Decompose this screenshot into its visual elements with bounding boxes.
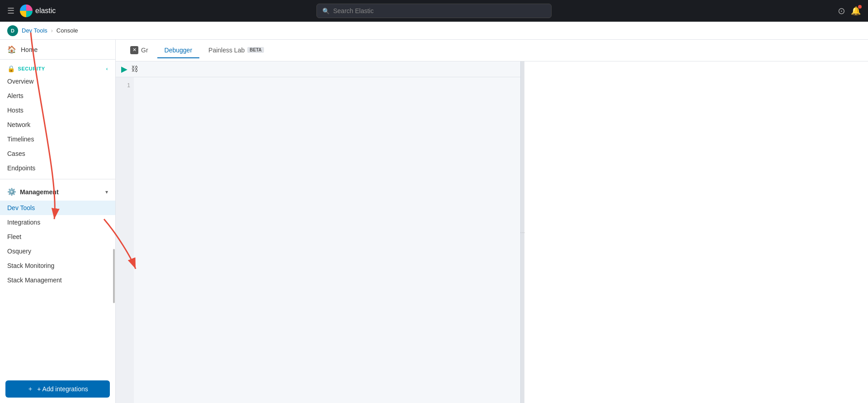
hamburger-menu[interactable]: ☰ xyxy=(7,6,14,16)
help-icon[interactable]: ⊙ xyxy=(838,5,845,16)
sidebar-item-alerts-label: Alerts xyxy=(7,92,24,99)
top-bar: ☰ elastic 🔍 Search Elastic ⊙ 🔔 xyxy=(0,0,868,22)
sidebar-scrollbar-thumb xyxy=(113,249,115,303)
search-bar-placeholder: Search Elastic xyxy=(333,7,373,14)
breadcrumb-separator: › xyxy=(51,28,53,34)
resize-handle[interactable]: ⋮ xyxy=(521,61,524,403)
management-chevron-icon: ▾ xyxy=(105,189,108,195)
breadcrumb-devtools[interactable]: Dev Tools xyxy=(22,27,47,34)
sidebar-item-cases[interactable]: Cases xyxy=(0,146,115,161)
top-bar-left: ☰ elastic xyxy=(7,5,56,17)
tab-debugger-label: Debugger xyxy=(165,47,193,54)
sidebar-item-hosts[interactable]: Hosts xyxy=(0,103,115,117)
search-bar[interactable]: 🔍 Search Elastic xyxy=(316,4,552,18)
tab-console-label: Gr xyxy=(141,47,148,54)
console-output xyxy=(524,61,868,403)
console-output-pane xyxy=(524,61,868,403)
user-avatar: D xyxy=(7,25,18,36)
sidebar-section-security-label: 🔒 Security ‹ xyxy=(0,60,115,74)
search-bar-wrapper: 🔍 Search Elastic xyxy=(316,4,552,18)
tab-console[interactable]: ✕ Gr xyxy=(123,42,156,59)
notifications-icon[interactable]: 🔔 xyxy=(851,6,861,16)
sidebar-scrollbar xyxy=(113,60,115,375)
content-area: ✕ Gr Debugger Painless Lab BETA ▶ xyxy=(116,40,868,403)
add-integrations-label: + Add integrations xyxy=(37,385,88,393)
sidebar-item-overview[interactable]: Overview xyxy=(0,74,115,89)
tab-debugger[interactable]: Debugger xyxy=(157,43,200,58)
main-area: 🏠 Home 🔒 Security ‹ Overview Alerts Host… xyxy=(0,40,868,403)
sidebar-item-osquery-label: Osquery xyxy=(7,248,31,255)
console-editor-pane: ▶ ⛓ 1 xyxy=(116,61,521,403)
sidebar-item-timelines[interactable]: Timelines xyxy=(0,132,115,146)
top-bar-right: ⊙ 🔔 xyxy=(838,5,861,16)
sidebar-management-header[interactable]: ⚙️ Management ▾ xyxy=(0,183,115,201)
breadcrumb-console: Console xyxy=(57,27,78,34)
dev-tools-tabs: ✕ Gr Debugger Painless Lab BETA xyxy=(116,40,868,61)
sidebar-item-alerts[interactable]: Alerts xyxy=(0,89,115,103)
elastic-logo[interactable]: elastic xyxy=(20,5,56,17)
add-integrations-button[interactable]: ＋ + Add integrations xyxy=(5,380,110,398)
sidebar-item-endpoints[interactable]: Endpoints xyxy=(0,161,115,175)
sidebar-item-timelines-label: Timelines xyxy=(7,136,34,143)
elastic-logo-icon xyxy=(20,5,33,17)
sidebar-item-integrations[interactable]: Integrations xyxy=(0,215,115,230)
sidebar-divider xyxy=(0,179,115,179)
sidebar-scroll-area: 🔒 Security ‹ Overview Alerts Hosts Netwo… xyxy=(0,60,115,375)
sidebar-management-title: Management xyxy=(20,188,102,196)
breadcrumb-bar: D Dev Tools › Console xyxy=(0,22,868,40)
search-icon: 🔍 xyxy=(322,8,330,14)
add-integrations-plus-icon: ＋ xyxy=(27,385,33,393)
sidebar-item-stack-monitoring-label: Stack Monitoring xyxy=(7,262,54,269)
line-numbers: 1 xyxy=(116,77,134,403)
security-section-text: Security xyxy=(18,66,45,71)
sidebar-item-network[interactable]: Network xyxy=(0,117,115,132)
security-section-icon: 🔒 xyxy=(7,65,15,72)
painless-lab-beta-badge: BETA xyxy=(247,47,264,53)
console-toolbar: ▶ ⛓ xyxy=(116,61,520,77)
link-icon: ⛓ xyxy=(131,65,138,73)
sidebar-item-stack-monitoring[interactable]: Stack Monitoring xyxy=(0,258,115,273)
sidebar-item-stack-management[interactable]: Stack Management xyxy=(0,273,115,287)
tab-painless-lab-label: Painless Lab xyxy=(208,47,245,54)
sidebar-home[interactable]: 🏠 Home xyxy=(0,40,115,60)
tab-painless-lab[interactable]: Painless Lab BETA xyxy=(201,43,271,58)
editor-content[interactable] xyxy=(134,77,520,403)
sidebar-item-cases-label: Cases xyxy=(7,150,25,157)
run-query-button[interactable]: ▶ xyxy=(121,64,127,74)
elastic-logo-text: elastic xyxy=(35,7,56,15)
notification-dot xyxy=(858,5,862,9)
sidebar-item-overview-label: Overview xyxy=(7,78,33,85)
run-icon: ▶ xyxy=(121,64,127,74)
close-console-tab-button[interactable]: ✕ xyxy=(130,46,138,54)
copy-link-button[interactable]: ⛓ xyxy=(131,65,138,73)
sidebar-home-label: Home xyxy=(21,46,38,53)
sidebar-item-endpoints-label: Endpoints xyxy=(7,164,35,172)
console-area: ▶ ⛓ 1 ⋮ xyxy=(116,61,868,403)
security-section-chevron: ‹ xyxy=(106,66,108,71)
sidebar-item-devtools[interactable]: Dev Tools xyxy=(0,201,115,215)
sidebar: 🏠 Home 🔒 Security ‹ Overview Alerts Host… xyxy=(0,40,116,403)
console-editor[interactable]: 1 xyxy=(116,77,520,403)
line-number-1: 1 xyxy=(127,81,130,90)
sidebar-item-network-label: Network xyxy=(7,121,30,128)
management-gear-icon: ⚙️ xyxy=(7,187,16,196)
sidebar-item-fleet-label: Fleet xyxy=(7,233,21,240)
sidebar-item-integrations-label: Integrations xyxy=(7,219,40,226)
sidebar-item-stack-management-label: Stack Management xyxy=(7,276,62,284)
home-icon: 🏠 xyxy=(7,45,16,54)
sidebar-item-devtools-label: Dev Tools xyxy=(7,204,35,211)
sidebar-item-osquery[interactable]: Osquery xyxy=(0,244,115,258)
sidebar-item-fleet[interactable]: Fleet xyxy=(0,230,115,244)
sidebar-item-hosts-label: Hosts xyxy=(7,107,24,114)
